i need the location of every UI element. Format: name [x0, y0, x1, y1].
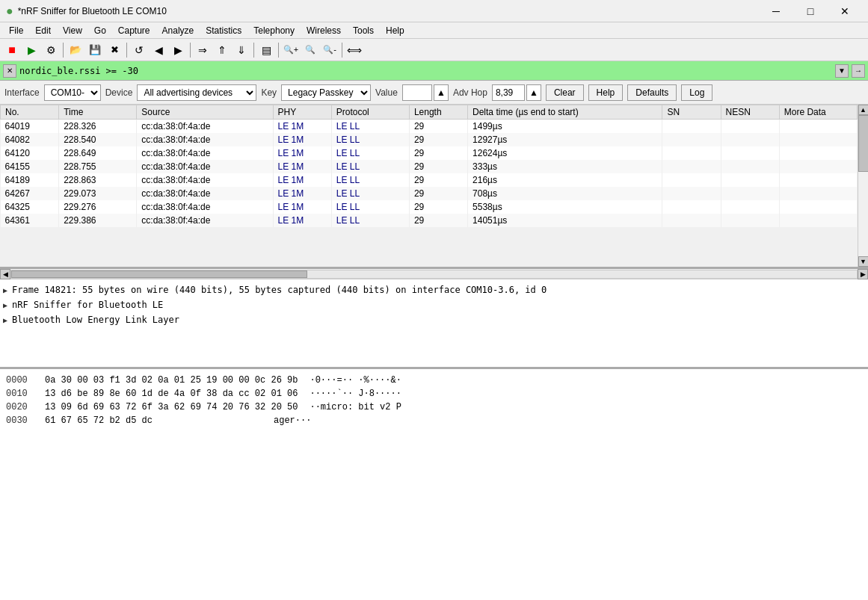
packet-table-container: No. Time Source PHY Protocol Length Delt…	[0, 105, 868, 269]
table-row[interactable]: 64155 228.755 cc:da:38:0f:4a:de LE 1M LE…	[1, 160, 858, 173]
hscroll-right[interactable]: ▶	[858, 269, 868, 279]
cell-protocol: LE LL	[331, 173, 409, 187]
menu-analyze[interactable]: Analyze	[156, 24, 200, 37]
close-file-button[interactable]: ✖	[105, 41, 123, 59]
titlebar: ● *nRF Sniffer for Bluetooth LE COM10 ─ …	[0, 0, 868, 22]
first-button[interactable]: ⇑	[213, 41, 231, 59]
reload-button[interactable]: ↺	[130, 41, 148, 59]
cell-more	[779, 146, 857, 160]
key-select[interactable]: Legacy Passkey	[281, 84, 371, 101]
menu-help[interactable]: Help	[380, 24, 410, 37]
cell-no: 64325	[1, 200, 59, 214]
device-select[interactable]: All advertising devices	[137, 84, 256, 101]
cell-no: 64019	[1, 120, 59, 134]
menu-view[interactable]: View	[57, 24, 88, 37]
hex-dump-panel: 0000 0a 30 00 03 f1 3d 02 0a 01 25 19 00…	[0, 369, 868, 600]
interfacebar: Interface COM10- Device All advertising …	[0, 81, 868, 105]
table-row[interactable]: 64082 228.540 cc:da:38:0f:4a:de LE 1M LE…	[1, 133, 858, 146]
menu-file[interactable]: File	[3, 24, 29, 37]
adv-hop-input[interactable]	[492, 84, 525, 101]
columns-button[interactable]: ▤	[257, 41, 275, 59]
cell-phy: LE 1M	[273, 160, 331, 173]
resize-columns-button[interactable]: ⟺	[345, 41, 363, 59]
cell-time: 229.276	[59, 200, 137, 214]
detail-row-ble[interactable]: ▶ Bluetooth Low Energy Link Layer	[3, 312, 865, 327]
goto-button[interactable]: ⇒	[194, 41, 212, 59]
defaults-button[interactable]: Defaults	[627, 84, 677, 101]
hex-bytes-1: 13 d6 be 89 8e 60 1d de 4a 0f 38 da cc 0…	[45, 387, 298, 400]
col-header-length: Length	[409, 105, 467, 120]
cell-nesn	[721, 160, 779, 173]
zoom-normal-button[interactable]: 🔍	[301, 41, 319, 59]
maximize-button[interactable]: □	[793, 0, 828, 22]
menu-capture[interactable]: Capture	[112, 24, 156, 37]
stop-button[interactable]: ■	[3, 41, 21, 59]
hex-offset-3: 0030	[6, 414, 33, 427]
value-scroll-up[interactable]: ▲	[434, 84, 449, 101]
cell-sn	[662, 146, 721, 160]
minimize-button[interactable]: ─	[759, 0, 793, 22]
open-button[interactable]: 📂	[67, 41, 84, 59]
save-button[interactable]: 💾	[86, 41, 104, 59]
menu-telephony[interactable]: Telephony	[247, 24, 301, 37]
menu-statistics[interactable]: Statistics	[200, 24, 247, 37]
filterbar: ✕ nordic_ble.rssi >= -30 ▼ →	[0, 61, 868, 81]
options-button[interactable]: ⚙	[42, 41, 60, 59]
scroll-down-arrow[interactable]: ▼	[858, 256, 869, 267]
cell-source: cc:da:38:0f:4a:de	[137, 133, 273, 146]
menu-edit[interactable]: Edit	[29, 24, 57, 37]
hex-offset-0: 0000	[6, 374, 33, 387]
table-row[interactable]: 64189 228.863 cc:da:38:0f:4a:de LE 1M LE…	[1, 173, 858, 187]
cell-protocol: LE LL	[331, 200, 409, 214]
scroll-up-arrow[interactable]: ▲	[858, 105, 869, 115]
cell-more	[779, 160, 857, 173]
start-button[interactable]: ▶	[22, 41, 40, 59]
zoom-in-button[interactable]: 🔍+	[282, 41, 300, 59]
cell-nesn	[721, 146, 779, 160]
detail-row-nrf[interactable]: ▶ nRF Sniffer for Bluetooth LE	[3, 297, 865, 312]
cell-protocol: LE LL	[331, 187, 409, 200]
menu-wireless[interactable]: Wireless	[301, 24, 347, 37]
back-button[interactable]: ◀	[150, 41, 167, 59]
table-scrollbar[interactable]: ▲ ▼	[858, 105, 868, 267]
hex-bytes-3: 61 67 65 72 b2 d5 dc	[45, 414, 262, 427]
last-button[interactable]: ⇓	[233, 41, 250, 59]
cell-phy: LE 1M	[273, 214, 331, 227]
col-header-no: No.	[1, 105, 59, 120]
table-row[interactable]: 64361 229.386 cc:da:38:0f:4a:de LE 1M LE…	[1, 214, 858, 227]
cell-source: cc:da:38:0f:4a:de	[137, 160, 273, 173]
hscroll-left[interactable]: ◀	[0, 269, 10, 279]
clear-button[interactable]: Clear	[546, 84, 584, 101]
detail-row-frame[interactable]: ▶ Frame 14821: 55 bytes on wire (440 bit…	[3, 282, 865, 297]
menu-go[interactable]: Go	[88, 24, 112, 37]
zoom-out-button[interactable]: 🔍-	[321, 41, 339, 59]
sep1	[63, 43, 64, 58]
adv-hop-scroll[interactable]: ▲	[526, 84, 541, 101]
filter-input[interactable]: nordic_ble.rssi >= -30	[19, 64, 832, 78]
table-row[interactable]: 64325 229.276 cc:da:38:0f:4a:de LE 1M LE…	[1, 200, 858, 214]
cell-length: 29	[409, 160, 467, 173]
filter-bookmark-icon[interactable]: ▼	[835, 64, 849, 78]
titlebar-title: *nRF Sniffer for Bluetooth LE COM10	[18, 6, 167, 16]
filter-arrow-icon[interactable]: →	[852, 64, 865, 78]
sep2	[126, 43, 127, 58]
forward-button[interactable]: ▶	[169, 41, 187, 59]
menu-tools[interactable]: Tools	[347, 24, 380, 37]
close-button[interactable]: ✕	[828, 0, 862, 22]
log-button[interactable]: Log	[681, 84, 712, 101]
hscroll-thumb[interactable]	[11, 270, 307, 278]
filter-clear-icon[interactable]: ✕	[3, 64, 16, 78]
interface-select[interactable]: COM10-	[44, 84, 101, 101]
table-row[interactable]: 64019 228.326 cc:da:38:0f:4a:de LE 1M LE…	[1, 120, 858, 134]
value-input[interactable]	[402, 84, 432, 101]
scroll-thumb[interactable]	[858, 115, 869, 172]
hex-bytes-2: 13 09 6d 69 63 72 6f 3a 62 69 74 20 76 3…	[45, 400, 298, 414]
col-header-source: Source	[137, 105, 273, 120]
table-row[interactable]: 64120 228.649 cc:da:38:0f:4a:de LE 1M LE…	[1, 146, 858, 160]
cell-time: 228.755	[59, 160, 137, 173]
cell-no: 64189	[1, 173, 59, 187]
value-label: Value	[375, 87, 398, 98]
help-button[interactable]: Help	[588, 84, 624, 101]
cell-protocol: LE LL	[331, 146, 409, 160]
table-row[interactable]: 64267 229.073 cc:da:38:0f:4a:de LE 1M LE…	[1, 187, 858, 200]
